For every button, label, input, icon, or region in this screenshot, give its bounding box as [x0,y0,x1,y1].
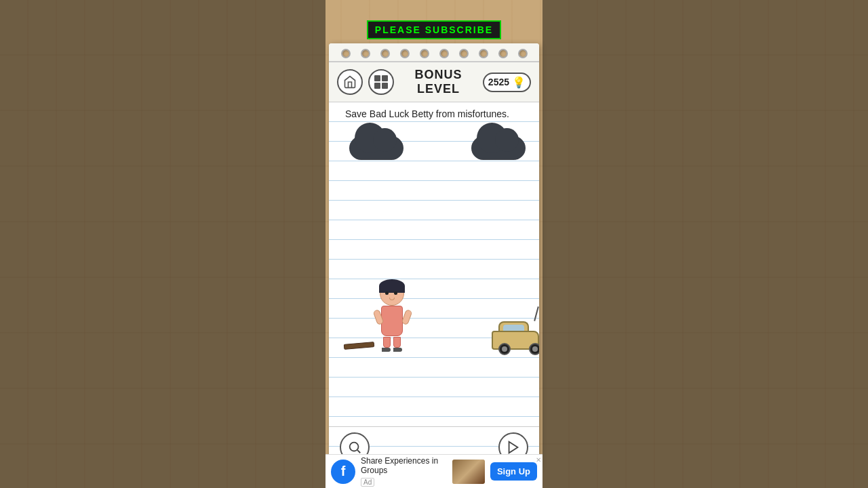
subscribe-banner: PLEASE SUBSCRIBE [367,20,501,39]
betty-arm-left [373,309,384,325]
ad-text-area: Share Experiences in Groups Ad [361,456,447,487]
coins-count: 2525 [488,77,509,87]
lightbulb-icon: 💡 [512,76,526,89]
instruction-text: Save Bad Luck Betty from misfortunes. [337,103,517,125]
hole-3 [380,49,390,58]
game-scene[interactable] [329,102,539,426]
bg-overlay-left [0,0,326,488]
hole-4 [400,49,410,58]
ad-image [452,460,485,484]
betty-head [380,281,404,306]
cloud-left[interactable] [349,136,403,160]
car-object[interactable] [492,321,539,355]
grid-cell-1 [374,75,380,81]
betty-character[interactable] [380,281,404,352]
svg-point-0 [350,443,359,451]
facebook-logo: f [331,460,355,484]
betty-body [381,306,403,336]
torn-holes [329,49,539,58]
hole-1 [341,49,351,58]
cloud-right[interactable] [471,136,526,160]
betty-mouth [389,298,395,300]
grid-cell-3 [374,83,380,89]
car-antenna [534,306,539,321]
betty-arms [375,310,410,325]
hole-2 [361,49,370,58]
bg-overlay-right [542,0,868,488]
betty-foot-right [393,348,402,352]
game-content[interactable]: Save Bad Luck Betty from misfortunes. [329,102,539,426]
instruction-layer: Save Bad Luck Betty from misfortunes. [329,102,539,124]
betty-feet [382,348,402,352]
betty-leg-right [393,337,401,348]
grid-icon [374,75,388,89]
game-header: BONUS LEVEL 2525 💡 [329,62,539,102]
betty-eyes [385,291,397,295]
ad-close-button[interactable]: ✕ [536,456,541,464]
betty-leg-left [383,337,391,348]
ad-banner: f Share Experiences in Groups Ad Sign Up… [326,454,542,488]
grid-cell-2 [382,75,388,81]
betty-hair [379,279,405,293]
hole-10 [518,49,528,58]
grid-button[interactable] [368,69,394,95]
grid-cell-4 [382,83,388,89]
betty-legs [383,337,401,348]
hole-9 [498,49,508,58]
plank-object[interactable] [344,342,375,350]
ad-title: Share Experiences in Groups [361,456,447,475]
phone-container: PLEASE SUBSCRIBE [329,20,539,468]
home-button[interactable] [337,69,363,95]
hole-8 [479,49,488,58]
ad-label: Ad [361,478,374,487]
svg-marker-2 [509,442,518,453]
betty-eye-left [385,291,389,295]
car-wheel-front [529,343,539,355]
hole-5 [420,49,429,58]
subscribe-text: PLEASE SUBSCRIBE [375,24,493,35]
signup-button[interactable]: Sign Up [490,462,537,481]
coins-badge: 2525 💡 [483,73,531,92]
betty-foot-left [382,348,391,352]
svg-line-1 [357,450,360,453]
hole-6 [439,49,449,58]
betty-eye-right [394,291,397,295]
notebook: BONUS LEVEL 2525 💡 Save Bad Luck Betty f… [329,43,539,468]
bonus-level-label: BONUS LEVEL [399,68,477,96]
notebook-top [329,43,539,62]
car-wheel-back [498,343,511,355]
betty-arm-right [401,309,413,325]
hole-7 [459,49,469,58]
